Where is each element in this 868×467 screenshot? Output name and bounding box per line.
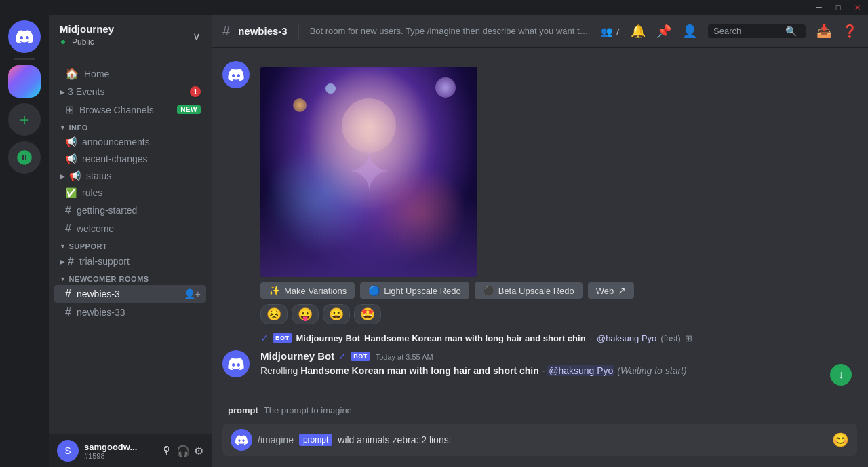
- reaction-2[interactable]: 😛: [292, 304, 319, 324]
- chat-input-box: /imagine prompt 😊: [222, 424, 857, 456]
- messages-area: ✨ Make Variations 🔵 Light Upscale Redo ⚫…: [212, 48, 868, 397]
- msg-header-bot: Midjourney Bot ✓ BOT Today at 3:55 AM: [260, 350, 857, 362]
- bot-username: Midjourney Bot: [260, 350, 334, 362]
- pin-button[interactable]: 📌: [656, 24, 671, 39]
- new-badge: NEW: [177, 105, 201, 114]
- speed-header: (fast): [660, 333, 681, 343]
- getting-started-icon: #: [65, 204, 71, 217]
- reaction-1[interactable]: 😣: [260, 304, 288, 324]
- notification-button[interactable]: 🔔: [631, 24, 646, 39]
- user-name: samgoodw...: [84, 442, 156, 452]
- msg-content-header: ✓ BOT Midjourney Bot Handsome Korean man…: [260, 333, 857, 345]
- browse-label: Browse Channels: [79, 105, 177, 115]
- light-upscale-redo-button[interactable]: 🔵 Light Upscale Redo: [360, 282, 469, 299]
- sidebar-item-welcome[interactable]: # welcome: [54, 220, 206, 238]
- sidebar-item-home[interactable]: 🏠 Home: [54, 64, 206, 83]
- sidebar-item-browse[interactable]: ⊞ Browse Channels NEW: [54, 100, 206, 119]
- sidebar-item-rules[interactable]: ✅ rules: [54, 185, 206, 201]
- close-button[interactable]: ✕: [852, 3, 863, 12]
- announcement-icon: 📢: [65, 136, 77, 147]
- sidebar-item-status[interactable]: ▶ 📢 status: [54, 168, 206, 184]
- main-content: # newbies-3 Bot room for new users. Type…: [212, 15, 868, 467]
- prompt-bar: prompt The prompt to imagine: [212, 397, 868, 424]
- message-group-image: ✨ Make Variations 🔵 Light Upscale Redo ⚫…: [212, 58, 868, 330]
- settings-button[interactable]: ⚙: [194, 445, 203, 457]
- window-frame: ─ □ ✕ ＋ Midjourney: [0, 0, 868, 467]
- sidebar-item-newbies-3[interactable]: # newbies-3 👤+: [54, 285, 206, 303]
- events-badge: 1: [190, 86, 201, 97]
- emoji-button[interactable]: 😊: [832, 432, 849, 448]
- chevron-down-icon: ▼: [60, 124, 66, 131]
- prompt-tag: prompt: [299, 434, 332, 446]
- explore-button[interactable]: [8, 141, 41, 174]
- title-bar: ─ □ ✕: [0, 0, 868, 15]
- sidebar-item-trial-support[interactable]: ▶ # trial-support: [54, 253, 206, 270]
- trial-support-icon: #: [68, 255, 74, 267]
- sidebar-item-recent-changes[interactable]: 📢 recent-changes: [54, 151, 206, 167]
- scroll-to-bottom-button[interactable]: ↓: [830, 364, 852, 386]
- rerolling-prompt: Handsome Korean man with long hair and s…: [300, 365, 539, 376]
- reaction-4[interactable]: 🤩: [354, 304, 381, 324]
- category-info[interactable]: ▼ INFO: [49, 119, 212, 133]
- header-divider: [298, 23, 299, 39]
- message-group-bot-text-header: ✓ BOT Midjourney Bot Handsome Korean man…: [212, 330, 868, 345]
- search-bar[interactable]: 🔍: [708, 24, 806, 38]
- sidebar-item-events[interactable]: ▶ 3 Events 1: [54, 83, 206, 100]
- members-button[interactable]: 👥 7: [601, 26, 620, 37]
- sidebar-item-announcements[interactable]: 📢 announcements: [54, 134, 206, 150]
- newbies3-label: newbies-3: [77, 288, 184, 299]
- newbies33-icon: #: [65, 306, 71, 318]
- category-newcomer[interactable]: ▼ NEWCOMER ROOMS: [49, 271, 212, 284]
- rules-icon: ✅: [65, 187, 77, 198]
- add-member-icon[interactable]: 👤+: [184, 288, 201, 299]
- recent-changes-label: recent-changes: [82, 153, 201, 164]
- welcome-label: welcome: [77, 223, 201, 234]
- home-label: Home: [84, 69, 201, 79]
- msg-username-row: Midjourney Bot ✓ BOT: [260, 350, 370, 362]
- headset-button[interactable]: 🎧: [176, 445, 190, 457]
- online-indicator: [60, 39, 66, 45]
- bot-avatar-2: [222, 350, 250, 377]
- add-server-button[interactable]: ＋: [8, 103, 41, 136]
- channel-header: # newbies-3 Bot room for new users. Type…: [212, 15, 868, 48]
- server-header[interactable]: Midjourney Public ∨: [49, 15, 212, 58]
- slash-command: /imagine: [258, 434, 294, 445]
- trial-support-label: trial-support: [79, 256, 201, 267]
- mention-haksung-header: @haksung Pyo: [597, 333, 656, 343]
- channel-sidebar: Midjourney Public ∨ 🏠 Home ▶ 3 Eve: [49, 15, 212, 467]
- chat-input[interactable]: [338, 434, 827, 445]
- server-list: ＋: [0, 15, 49, 467]
- beta-upscale-label: Beta Upscale Redo: [498, 286, 574, 296]
- help-button[interactable]: ❓: [842, 24, 857, 39]
- beta-upscale-redo-button[interactable]: ⚫ Beta Upscale Redo: [475, 282, 583, 299]
- verified-check-icon: ✓: [260, 333, 269, 343]
- microphone-button[interactable]: 🎙: [161, 445, 172, 457]
- sidebar-item-getting-started[interactable]: # getting-started: [54, 202, 206, 219]
- events-label: 3 Events: [68, 86, 190, 97]
- category-support[interactable]: ▼ SUPPORT: [49, 238, 212, 252]
- make-variations-button[interactable]: ✨ Make Variations: [260, 282, 355, 299]
- midjourney-server-icon[interactable]: [8, 65, 41, 98]
- discord-home-button[interactable]: [8, 20, 41, 53]
- user-info: samgoodw... #1598: [84, 442, 156, 460]
- members-list-button[interactable]: 👤: [682, 24, 697, 39]
- prompt-hint: prompt The prompt to imagine: [222, 403, 857, 418]
- server-divider: [14, 58, 35, 60]
- ai-art-image: [260, 67, 477, 277]
- image-attachment: [260, 67, 477, 277]
- search-icon: 🔍: [785, 26, 797, 37]
- inbox-button[interactable]: 📥: [816, 24, 831, 39]
- msg-content-image: ✨ Make Variations 🔵 Light Upscale Redo ⚫…: [260, 61, 857, 327]
- web-button[interactable]: Web ↗: [588, 282, 635, 299]
- newbies3-icon: #: [65, 288, 71, 300]
- minimize-button[interactable]: ─: [814, 3, 825, 12]
- msg-timestamp: Today at 3:55 AM: [376, 353, 433, 361]
- sidebar-item-newbies-33[interactable]: # newbies-33: [54, 303, 206, 321]
- public-badge: Public: [60, 35, 114, 50]
- overflow-icon[interactable]: ⊞: [685, 333, 692, 343]
- bot-avatar: [222, 61, 250, 88]
- search-input[interactable]: [713, 26, 781, 36]
- channel-topic: Bot room for new users. Type /imagine th…: [310, 26, 593, 36]
- maximize-button[interactable]: □: [833, 3, 844, 12]
- reaction-3[interactable]: 😀: [323, 304, 350, 324]
